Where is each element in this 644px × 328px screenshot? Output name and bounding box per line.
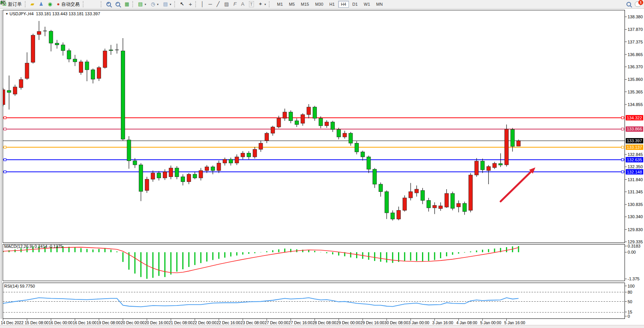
- crosshair-button[interactable]: +: [186, 0, 194, 8]
- zoom-in-icon: [106, 2, 111, 6]
- price-axis-label: 135.860: [628, 77, 643, 82]
- separator: [174, 1, 177, 7]
- candle-body-down: [247, 153, 251, 157]
- highlight-button[interactable]: ▰: [28, 0, 37, 8]
- mt4-window: 134.322133.866133.397133.137132.635132.1…: [0, 0, 644, 328]
- time-axis-label: 20 Dec 00:00: [120, 320, 145, 325]
- timeframe-button-M1[interactable]: M1: [274, 1, 285, 8]
- candle-body-down: [49, 31, 53, 43]
- candle-body-up: [169, 168, 173, 177]
- horizontal-line-icon: ─: [209, 2, 212, 7]
- hline-handle[interactable]: [4, 146, 6, 148]
- macd-axis-label: -1.375: [628, 277, 639, 281]
- candle-body-up: [217, 163, 221, 171]
- hline-tool-button[interactable]: ─: [206, 0, 214, 8]
- cursor-button[interactable]: ↖: [178, 0, 186, 8]
- vline-tool-button[interactable]: │: [199, 0, 206, 8]
- hline-handle[interactable]: [622, 159, 624, 161]
- dropdown-icon: ▾: [145, 3, 146, 6]
- candle-body-up: [145, 179, 149, 190]
- cursor-icon: ↖: [180, 2, 184, 7]
- candle-body-up: [397, 210, 401, 219]
- price-axis-label: 129.830: [628, 227, 643, 232]
- hline-handle[interactable]: [4, 159, 6, 161]
- candle-body-down: [61, 45, 65, 51]
- candle-chart-button[interactable]: [91, 0, 95, 8]
- timeframe-button-M15[interactable]: M15: [298, 1, 312, 8]
- price-axis-label: 131.840: [628, 177, 643, 182]
- price-axis-label: 132.845: [628, 152, 643, 157]
- time-axis-label: 22 Dec 16:00: [217, 320, 241, 325]
- hline-handle[interactable]: [4, 128, 6, 130]
- fibonacci-tool-button[interactable]: F: [231, 0, 239, 8]
- candle-body-up: [439, 206, 443, 209]
- candle-body-down: [139, 165, 143, 191]
- arrows-icon: ✦: [259, 2, 263, 7]
- market-watch-button[interactable]: ♟: [37, 0, 46, 8]
- zoom-out-button[interactable]: [113, 0, 122, 8]
- candle-body-up: [475, 161, 479, 175]
- hline-handle[interactable]: [622, 171, 624, 173]
- price-axis-label: 137.375: [628, 40, 643, 44]
- new-chart-button[interactable]: ▤ ▾: [136, 0, 148, 8]
- price-tag-value: 132.635: [627, 158, 642, 162]
- arrows-tool-button[interactable]: ✦ ▾: [256, 0, 268, 8]
- candle-body-up: [433, 205, 437, 208]
- rsi-axis-label: 100: [628, 284, 634, 288]
- candle-body-up: [25, 63, 29, 78]
- candle-body-up: [223, 159, 227, 163]
- candle-body-down: [211, 167, 215, 170]
- timeframe-button-H1[interactable]: H1: [327, 1, 337, 8]
- hline-handle[interactable]: [4, 117, 6, 119]
- separator: [269, 1, 271, 7]
- timeframe-button-W1[interactable]: W1: [361, 1, 373, 8]
- candle-body-up: [241, 153, 245, 157]
- timeframe-button-D1[interactable]: D1: [350, 1, 360, 8]
- timeframe-button-MN[interactable]: MN: [374, 1, 385, 8]
- rsi-axis-label: 80: [628, 290, 632, 294]
- text-label-tool-button[interactable]: T: [247, 0, 256, 8]
- tile-windows-button[interactable]: ▦: [122, 0, 132, 8]
- timeframe-button-H4[interactable]: H4: [338, 1, 349, 8]
- hline-handle[interactable]: [4, 171, 6, 173]
- signals-button[interactable]: ◉: [46, 0, 55, 8]
- fibonacci-icon: F: [233, 2, 236, 7]
- price-axis-label: 134.855: [628, 102, 643, 107]
- status-bar: [0, 325, 644, 328]
- chart-dropdown-icon[interactable]: ▼: [5, 12, 8, 16]
- timeframe-button-M5[interactable]: M5: [286, 1, 297, 8]
- trendline-tool-button[interactable]: ╱: [214, 0, 222, 8]
- notification-icon[interactable]: 1: [635, 2, 641, 7]
- candle-body-down: [313, 107, 316, 118]
- price-axis-label: 131.345: [628, 190, 643, 194]
- hline-handle[interactable]: [622, 128, 624, 130]
- search-icon[interactable]: [626, 2, 631, 6]
- price-axis-label: 138.380: [628, 14, 643, 19]
- candle-body-down: [367, 157, 371, 169]
- zoom-in-button[interactable]: [104, 0, 113, 8]
- template-button[interactable]: ▤ ▾: [161, 0, 173, 8]
- chart-title: ▼ USDJPY-,H4 133.181 133.443 133.181 133…: [5, 11, 100, 16]
- candle-body-up: [97, 68, 101, 79]
- candle-body-down: [157, 173, 161, 178]
- text-tool-button[interactable]: A: [239, 0, 247, 8]
- channel-tool-button[interactable]: ▨: [222, 0, 231, 8]
- chart-canvas: 134.322133.866133.397133.137132.635132.1…: [0, 0, 644, 328]
- timeframe-button-M30[interactable]: M30: [312, 1, 326, 8]
- line-chart-button[interactable]: [95, 0, 100, 8]
- macd-indicator-label: MACD(12,26,9) 0.2414 -0.1375: [4, 244, 63, 249]
- candle-body-up: [187, 174, 191, 182]
- period-button[interactable]: ◷ ▾: [148, 0, 161, 8]
- bar-chart-button[interactable]: [86, 0, 91, 8]
- candle-body-down: [121, 51, 125, 139]
- hline-handle[interactable]: [622, 117, 624, 119]
- dropdown-icon: ▾: [157, 3, 159, 6]
- autotrade-button[interactable]: ● 自动交易: [55, 0, 82, 8]
- time-axis-label: 30 Dec 08:00: [384, 320, 408, 325]
- candle-body-up: [271, 127, 275, 133]
- candle-body-down: [385, 192, 389, 213]
- candle-body-up: [415, 189, 419, 193]
- time-axis-label: 23 Dec 08:00: [241, 320, 265, 325]
- candle-body-down: [373, 169, 377, 184]
- hline-handle[interactable]: [622, 146, 624, 148]
